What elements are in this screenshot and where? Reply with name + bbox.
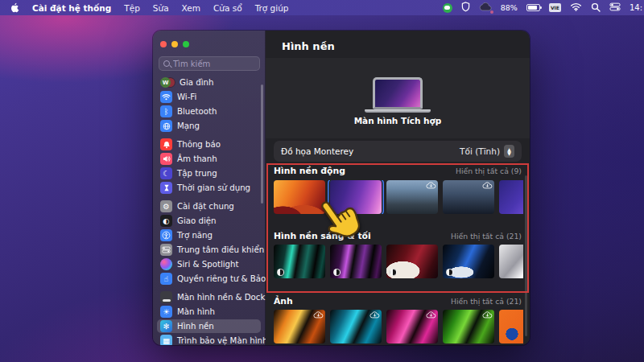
photos-thumbnails <box>274 310 523 343</box>
cloud-icon[interactable] <box>479 2 492 13</box>
wallpaper-icon: ✻ <box>160 320 172 332</box>
sidebar-item-accessibility[interactable]: Trợ năng <box>157 228 261 242</box>
photo-thumbnail-pink[interactable] <box>386 310 438 343</box>
wallpaper-thumbnail-teal[interactable] <box>274 245 325 278</box>
screensaver-icon: ▦ <box>160 335 172 345</box>
sidebar-item-focus[interactable]: ☾ Tập trung <box>157 167 261 180</box>
display-preview: Màn hình Tích hợp <box>266 58 530 138</box>
wallpaper-style-dropdown[interactable]: Tối (Tĩnh) ▲▼ <box>460 145 514 158</box>
spotlight-search-icon[interactable] <box>591 2 601 14</box>
sun-icon: ☀ <box>160 306 172 318</box>
hourglass-icon <box>160 182 172 194</box>
globe-icon <box>160 120 172 132</box>
battery-icon[interactable] <box>526 4 540 11</box>
appearance-icon: ◐ <box>160 215 172 227</box>
input-source-badge[interactable]: VIE <box>549 3 561 12</box>
photo-thumbnail-partial[interactable] <box>499 310 523 343</box>
search-input[interactable] <box>173 60 255 68</box>
sidebar-search[interactable] <box>159 56 260 71</box>
wallpaper-thumbnail-red[interactable] <box>386 245 438 278</box>
wallpaper-thumbnail-catalina-night[interactable] <box>443 180 494 214</box>
photo-thumbnail-green[interactable] <box>443 310 494 343</box>
sidebar-item-general[interactable]: ⚙ Cài đặt chung <box>157 200 261 213</box>
wifi-icon <box>160 91 172 103</box>
photo-thumbnail-teal[interactable] <box>330 310 382 343</box>
hand-icon: ☝ <box>160 273 172 285</box>
menu-bar: Cài đặt hệ thống Tệp Sửa Xem Cửa sổ Trợ … <box>0 0 644 15</box>
light-dark-badge-icon <box>446 269 453 276</box>
settings-sidebar: W Gia đình Wi-Fi ᛒ Bluetooth Mạng Thông … <box>153 31 266 345</box>
system-settings-window: W Gia đình Wi-Fi ᛒ Bluetooth Mạng Thông … <box>153 31 530 345</box>
sidebar-item-screen-time[interactable]: Thời gian sử dụng <box>157 181 261 195</box>
chevron-up-down-icon: ▲▼ <box>504 145 514 158</box>
menu-file[interactable]: Tệp <box>124 3 140 13</box>
download-cloud-icon <box>426 311 436 319</box>
menu-app-name[interactable]: Cài đặt hệ thống <box>32 3 111 13</box>
sidebar-item-notifications[interactable]: Thông báo <box>157 138 261 151</box>
bell-icon <box>160 138 172 150</box>
menu-help[interactable]: Trợ giúp <box>255 3 289 13</box>
light-dark-badge-icon <box>390 269 397 276</box>
current-wallpaper-row: Đồ họa Monterey Tối (Tĩnh) ▲▼ <box>274 141 522 162</box>
accessibility-icon <box>160 229 172 241</box>
photo-thumbnail-orange[interactable] <box>274 310 325 343</box>
apple-menu-icon[interactable] <box>10 2 19 13</box>
shield-icon[interactable] <box>461 2 470 14</box>
content-scrollbar[interactable] <box>525 175 527 336</box>
download-cloud-icon <box>482 311 493 319</box>
close-button[interactable] <box>160 41 167 47</box>
sidebar-item-screen-saver[interactable]: ▦ Trình bảo vệ Màn hình <box>157 334 261 345</box>
wallpaper-pane: Hình nền Màn hình Tích hợp Đồ họa Monter… <box>266 31 530 345</box>
show-all-photos[interactable]: Hiển thị tất cả (21) <box>451 297 522 306</box>
sidebar-item-wifi[interactable]: Wi-Fi <box>157 90 261 104</box>
bluetooth-icon: ᛒ <box>160 105 172 117</box>
sidebar-item-wallpaper[interactable]: ✻ Hình nền <box>157 319 261 333</box>
toggles-icon <box>160 244 172 256</box>
wallpaper-thumbnail-catalina-day[interactable] <box>386 180 438 214</box>
sidebar-item-privacy[interactable]: ☝ Quyền riêng tư & Bảo mật <box>157 272 261 286</box>
wallpaper-thumbnail-partial[interactable] <box>499 245 523 278</box>
page-title: Hình nền <box>282 40 335 52</box>
sidebar-item-desktop-dock[interactable]: Màn hình nền & Dock <box>157 290 261 304</box>
light-dark-thumbnails <box>274 245 523 278</box>
download-cloud-icon <box>426 181 436 189</box>
sidebar-scrollbar[interactable] <box>261 84 263 204</box>
section-photos-header: Ảnh Hiển thị tất cả (21) <box>274 296 522 306</box>
menu-edit[interactable]: Sửa <box>153 3 169 13</box>
sidebar-list: W Gia đình Wi-Fi ᛒ Bluetooth Mạng Thông … <box>157 76 261 345</box>
menu-window[interactable]: Cửa sổ <box>213 3 242 13</box>
zoom-button[interactable] <box>183 41 189 47</box>
gear-icon: ⚙ <box>160 200 172 212</box>
wifi-icon[interactable] <box>570 2 582 13</box>
control-center-icon[interactable] <box>609 2 621 13</box>
sidebar-item-displays[interactable]: ☀ Màn hình <box>157 305 261 319</box>
sidebar-item-sound[interactable]: Âm thanh <box>157 152 261 166</box>
menu-clock[interactable]: 14: <box>630 3 642 12</box>
wallpaper-name: Đồ họa Monterey <box>281 146 353 156</box>
moon-icon: ☾ <box>160 167 172 179</box>
minimize-button[interactable] <box>171 41 178 47</box>
show-all-light-dark[interactable]: Hiển thị tất cả (21) <box>451 232 522 241</box>
search-icon <box>163 60 170 67</box>
wallpaper-thumbnail-purple[interactable] <box>330 245 382 278</box>
sidebar-item-siri[interactable]: Siri & Spotlight <box>157 257 261 271</box>
macbook-base <box>365 109 431 113</box>
sidebar-item-family[interactable]: W Gia đình <box>157 76 261 89</box>
wallpaper-thumbnail-ventura[interactable] <box>274 180 325 214</box>
wallpaper-thumbnail-partial[interactable] <box>499 180 523 214</box>
dynamic-thumbnails <box>274 180 523 214</box>
sidebar-item-network[interactable]: Mạng <box>157 119 261 133</box>
sidebar-item-appearance[interactable]: ◐ Giao diện <box>157 214 261 228</box>
macbook-preview <box>373 77 423 109</box>
show-all-dynamic[interactable]: Hiển thị tất cả (9) <box>456 167 522 175</box>
download-cloud-icon <box>482 181 493 189</box>
wallpaper-thumbnail-monterey-selected[interactable] <box>330 180 382 214</box>
line-app-icon[interactable] <box>443 3 452 13</box>
window-controls <box>160 41 189 47</box>
sidebar-item-control-center[interactable]: Trung tâm điều khiển <box>157 243 261 257</box>
wallpaper-thumbnail-blue[interactable] <box>443 245 494 278</box>
light-dark-badge-icon <box>277 269 284 276</box>
section-light-dark-header: Hình nền sáng & tối Hiển thị tất cả (21) <box>274 231 522 241</box>
menu-view[interactable]: Xem <box>182 3 200 13</box>
sidebar-item-bluetooth[interactable]: ᛒ Bluetooth <box>157 105 261 118</box>
